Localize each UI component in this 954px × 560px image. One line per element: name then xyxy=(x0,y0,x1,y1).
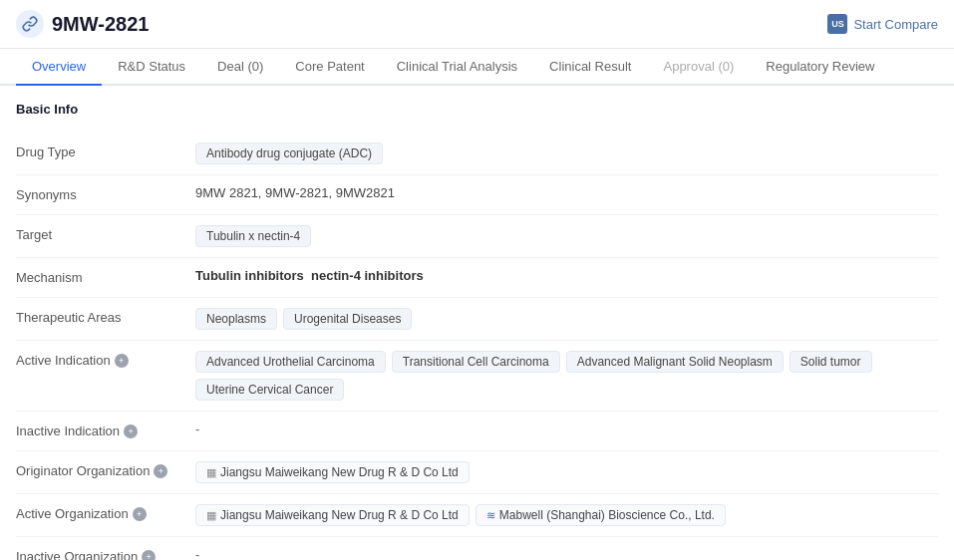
tag-malignant: Advanced Malignant Solid Neoplasm xyxy=(566,351,784,373)
row-originator-org: Originator Organization + ▦ Jiangsu Maiw… xyxy=(16,451,938,494)
row-active-org: Active Organization + ▦ Jiangsu Maiweika… xyxy=(16,494,938,537)
value-active-indication: Advanced Urothelial Carcinoma Transition… xyxy=(195,351,938,401)
value-therapeutic: Neoplasms Urogenital Diseases xyxy=(195,308,938,330)
inactive-org-dash: - xyxy=(195,547,199,560)
tag-solid-tumor: Solid tumor xyxy=(790,351,872,373)
value-mechanism: Tubulin inhibitors nectin-4 inhibitors xyxy=(195,268,938,283)
label-inactive-org: Inactive Organization + xyxy=(16,547,195,560)
main-content: Basic Info Drug Type Antibody drug conju… xyxy=(0,86,954,560)
label-target: Target xyxy=(16,225,195,242)
row-drug-type: Drug Type Antibody drug conjugate (ADC) xyxy=(16,133,938,175)
active-org-name-2: Mabwell (Shanghai) Bioscience Co., Ltd. xyxy=(499,508,715,522)
active-indication-info-icon[interactable]: + xyxy=(115,354,129,368)
compare-icon: US xyxy=(827,14,847,34)
inactive-indication-info-icon[interactable]: + xyxy=(124,424,138,438)
originator-org-tag: ▦ Jiangsu Maiweikang New Drug R & D Co L… xyxy=(195,461,470,483)
active-org-tag-2: ≋ Mabwell (Shanghai) Bioscience Co., Ltd… xyxy=(476,504,726,526)
label-therapeutic: Therapeutic Areas xyxy=(16,308,195,325)
compare-label: Start Compare xyxy=(853,17,938,32)
tag-adc: Antibody drug conjugate (ADC) xyxy=(195,142,383,164)
header-left: 9MW-2821 xyxy=(16,10,149,38)
row-mechanism: Mechanism Tubulin inhibitors nectin-4 in… xyxy=(16,258,938,298)
row-target: Target Tubulin x nectin-4 xyxy=(16,215,938,258)
originator-org-info-icon[interactable]: + xyxy=(154,464,167,478)
row-inactive-indication: Inactive Indication + - xyxy=(16,412,938,451)
drug-icon xyxy=(16,10,44,38)
row-therapeutic: Therapeutic Areas Neoplasms Urogenital D… xyxy=(16,298,938,341)
value-synonyms: 9MW 2821, 9MW-2821, 9MW2821 xyxy=(195,185,938,200)
value-drug-type: Antibody drug conjugate (ADC) xyxy=(195,142,938,164)
inactive-org-info-icon[interactable]: + xyxy=(142,550,156,561)
tag-target: Tubulin x nectin-4 xyxy=(195,225,311,247)
label-inactive-indication: Inactive Indication + xyxy=(16,421,195,438)
label-mechanism: Mechanism xyxy=(16,268,195,285)
tab-approval: Approval (0) xyxy=(647,49,750,86)
tag-uterine: Uterine Cervical Cancer xyxy=(195,379,344,401)
value-originator-org: ▦ Jiangsu Maiweikang New Drug R & D Co L… xyxy=(195,461,938,483)
tag-transitional: Transitional Cell Carcinoma xyxy=(392,351,560,373)
value-inactive-indication: - xyxy=(195,421,938,436)
active-org-name-1: Jiangsu Maiweikang New Drug R & D Co Ltd xyxy=(220,508,459,522)
wave-icon: ≋ xyxy=(486,509,495,522)
building-icon-2: ▦ xyxy=(206,509,216,522)
basic-info-section-title: Basic Info xyxy=(16,102,938,117)
tab-deal[interactable]: Deal (0) xyxy=(201,49,279,86)
tab-clinical-trial[interactable]: Clinical Trial Analysis xyxy=(381,49,533,86)
tab-overview[interactable]: Overview xyxy=(16,49,102,86)
nav-tabs: Overview R&D Status Deal (0) Core Patent… xyxy=(0,49,954,86)
synonyms-text: 9MW 2821, 9MW-2821, 9MW2821 xyxy=(195,185,395,200)
label-synonyms: Synonyms xyxy=(16,185,195,202)
building-icon: ▦ xyxy=(206,466,216,479)
row-active-indication: Active Indication + Advanced Urothelial … xyxy=(16,341,938,412)
tab-regulatory-review[interactable]: Regulatory Review xyxy=(750,49,890,86)
header: 9MW-2821 US Start Compare xyxy=(0,0,954,49)
tab-clinical-result[interactable]: Clinical Result xyxy=(533,49,647,86)
label-active-indication: Active Indication + xyxy=(16,351,195,368)
tag-urogenital: Urogenital Diseases xyxy=(283,308,412,330)
drug-title: 9MW-2821 xyxy=(52,13,149,36)
value-inactive-org: - xyxy=(195,547,938,560)
value-target: Tubulin x nectin-4 xyxy=(195,225,938,247)
tag-neoplasms: Neoplasms xyxy=(195,308,277,330)
row-synonyms: Synonyms 9MW 2821, 9MW-2821, 9MW2821 xyxy=(16,175,938,215)
originator-org-name: Jiangsu Maiweikang New Drug R & D Co Ltd xyxy=(220,465,459,479)
value-active-org: ▦ Jiangsu Maiweikang New Drug R & D Co L… xyxy=(195,504,938,526)
row-inactive-org: Inactive Organization + - xyxy=(16,537,938,560)
label-drug-type: Drug Type xyxy=(16,142,195,159)
active-org-tag-1: ▦ Jiangsu Maiweikang New Drug R & D Co L… xyxy=(195,504,470,526)
inactive-indication-dash: - xyxy=(195,421,199,436)
label-active-org: Active Organization + xyxy=(16,504,195,521)
compare-button[interactable]: US Start Compare xyxy=(827,14,938,34)
active-org-info-icon[interactable]: + xyxy=(133,507,147,521)
tab-core-patent[interactable]: Core Patent xyxy=(279,49,380,86)
mechanism-text: Tubulin inhibitors nectin-4 inhibitors xyxy=(195,268,424,283)
tab-rd-status[interactable]: R&D Status xyxy=(102,49,201,86)
label-originator-org: Originator Organization + xyxy=(16,461,195,478)
tag-urothelial: Advanced Urothelial Carcinoma xyxy=(195,351,386,373)
